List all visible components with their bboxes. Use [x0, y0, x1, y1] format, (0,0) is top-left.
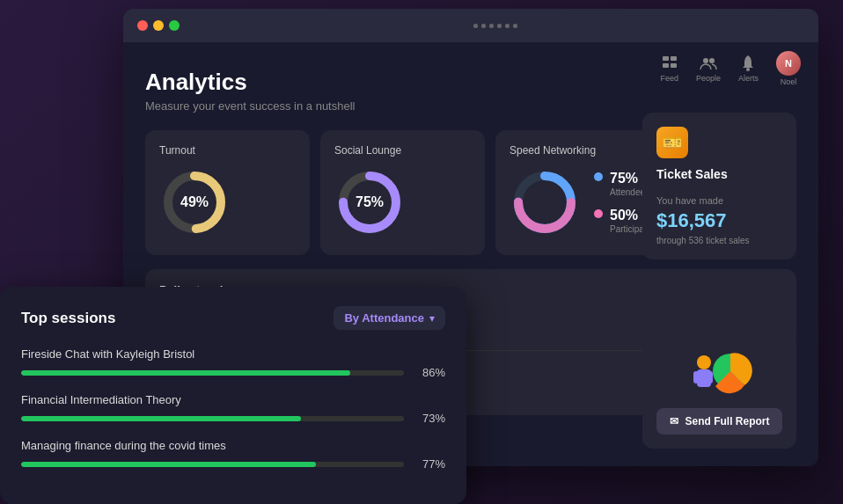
ticket-made-text: You have made: [656, 195, 782, 206]
ticket-amount: $16,567: [656, 209, 782, 232]
session-bar-track-2: [21, 462, 404, 467]
svg-point-6: [746, 68, 750, 71]
nav-people-label: People: [696, 74, 721, 83]
social-lounge-card: Social Lounge 75%: [320, 130, 485, 255]
user-avatar: N: [776, 51, 801, 76]
feed-icon: [661, 55, 678, 72]
browser-titlebar: [123, 9, 818, 42]
session-item-2: Managing finance during the covid times …: [21, 439, 445, 471]
svg-point-20: [697, 355, 711, 369]
session-name-1: Financial Intermediation Theory: [21, 393, 445, 406]
svg-rect-0: [663, 56, 669, 61]
nav-people[interactable]: People: [696, 55, 721, 83]
nav-feed[interactable]: Feed: [660, 55, 678, 83]
sessions-title: Top sessions: [21, 310, 115, 327]
nav-user-label: Noel: [781, 77, 797, 86]
session-name-2: Managing finance during the covid times: [21, 439, 445, 452]
turnout-value: 49%: [180, 194, 209, 210]
chevron-down-icon: ▾: [429, 312, 435, 325]
session-item-1: Financial Intermediation Theory 73%: [21, 393, 445, 425]
session-bar-row-1: 73%: [21, 412, 445, 425]
ticket-sales-card: 🎫 Ticket Sales You have made $16,567 thr…: [642, 113, 796, 259]
stat-attendees-dot: [594, 172, 603, 181]
bell-icon: [739, 55, 757, 72]
report-card: ✉ Send Full Report: [642, 331, 796, 449]
session-bar-row-0: 86%: [21, 366, 445, 379]
svg-rect-2: [663, 63, 669, 68]
page-subtitle: Measure your event success in a nutshell: [145, 99, 796, 113]
turnout-donut: 49%: [159, 167, 230, 237]
svg-rect-22: [693, 371, 699, 383]
maximize-button[interactable]: [169, 20, 180, 31]
sessions-filter-label: By Attendance: [344, 311, 424, 325]
session-name-0: Fireside Chat with Kayleigh Bristol: [21, 347, 445, 361]
nav-user[interactable]: N Noel: [776, 51, 801, 86]
traffic-lights: [137, 20, 180, 31]
top-navigation: Feed People: [642, 42, 818, 95]
session-bar-track-0: [21, 370, 404, 376]
turnout-title: Turnout: [159, 144, 296, 157]
social-lounge-value: 75%: [356, 194, 384, 210]
session-pct-2: 77%: [414, 457, 445, 471]
session-bar-track-1: [21, 416, 404, 421]
session-pct-1: 73%: [414, 412, 445, 425]
svg-point-4: [703, 58, 708, 63]
social-lounge-title: Social Lounge: [334, 144, 471, 157]
stat-participants-dot: [594, 209, 603, 218]
turnout-card: Turnout 49%: [145, 130, 310, 255]
send-report-button[interactable]: ✉ Send Full Report: [656, 408, 782, 435]
social-lounge-donut: 75%: [334, 167, 405, 237]
top-sessions-card: Top sessions By Attendance ▾ Fireside Ch…: [0, 287, 466, 504]
ticket-icon: 🎫: [656, 127, 688, 158]
sessions-header: Top sessions By Attendance ▾: [21, 306, 445, 330]
ticket-through: through 536 ticket sales: [656, 236, 782, 245]
minimize-button[interactable]: [153, 20, 164, 31]
nav-feed-label: Feed: [660, 74, 678, 83]
email-icon: ✉: [670, 415, 678, 427]
session-bar-fill-2: [21, 462, 316, 467]
svg-rect-1: [671, 56, 677, 61]
people-icon: [700, 55, 717, 72]
svg-rect-3: [671, 63, 677, 68]
close-button[interactable]: [137, 20, 148, 31]
address-bar: [187, 24, 804, 28]
session-item-0: Fireside Chat with Kayleigh Bristol 86%: [21, 347, 445, 379]
report-illustration: [685, 345, 755, 398]
speed-networking-donut: [509, 167, 580, 237]
ticket-sales-title: Ticket Sales: [656, 167, 782, 181]
send-report-label: Send Full Report: [685, 415, 770, 427]
svg-point-5: [709, 58, 715, 63]
session-bar-fill-1: [21, 416, 301, 421]
session-bar-fill-0: [21, 370, 350, 376]
session-bar-row-2: 77%: [21, 457, 445, 471]
nav-alerts[interactable]: Alerts: [738, 55, 759, 83]
nav-alerts-label: Alerts: [738, 74, 759, 83]
svg-rect-23: [707, 371, 713, 383]
session-pct-0: 86%: [414, 366, 445, 379]
sessions-filter-dropdown[interactable]: By Attendance ▾: [334, 306, 445, 330]
